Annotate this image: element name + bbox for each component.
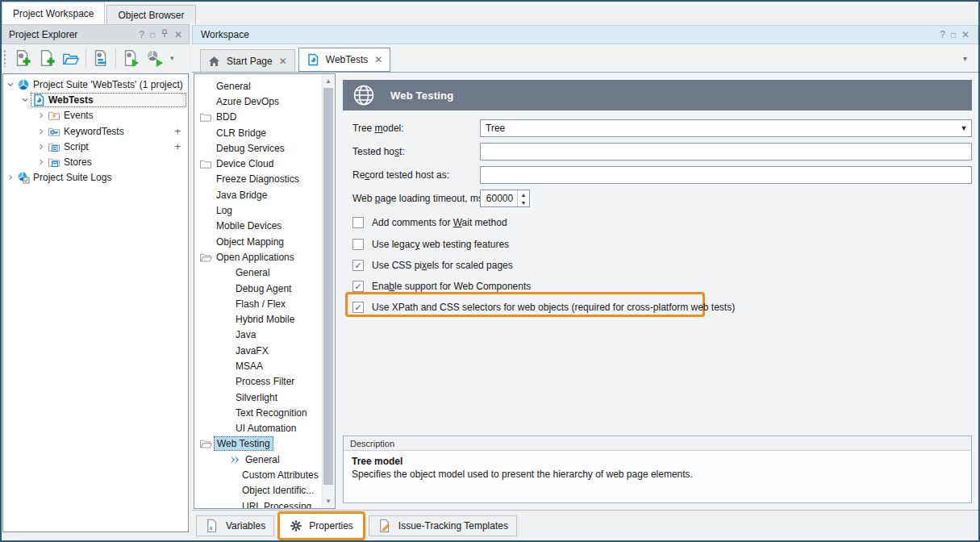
settings-item-clr-bridge[interactable]: CLR Bridge — [194, 125, 335, 140]
close-icon[interactable]: ✕ — [956, 30, 970, 40]
settings-item-freeze-diagnostics[interactable]: Freeze Diagnostics — [194, 172, 335, 187]
help-icon[interactable]: ? — [133, 30, 144, 40]
open-file-button[interactable] — [59, 46, 83, 70]
settings-item-url-processing[interactable]: URL Processing — [194, 498, 335, 509]
scrollbar-thumb[interactable] — [323, 88, 333, 485]
tree-item-script[interactable]: Script + — [3, 139, 188, 154]
chevron-down-icon[interactable] — [5, 81, 16, 89]
maximize-icon[interactable]: □ — [144, 31, 155, 40]
run-project-button[interactable] — [119, 46, 143, 70]
checkbox-row-2: ✓ Use CSS pixels for scaled pages — [352, 259, 513, 272]
tree-item-label: KeywordTests — [61, 125, 127, 138]
chevron-right-icon[interactable] — [35, 111, 47, 119]
issue-tracking-icon — [377, 519, 392, 533]
add-item-plus-button[interactable]: + — [174, 125, 181, 137]
project-suite-icon — [17, 78, 30, 91]
help-icon[interactable]: ? — [934, 30, 945, 40]
timeout-spinner[interactable]: 60000 ▲▼ — [480, 190, 530, 207]
settings-item-object-identific-[interactable]: Object Identific... — [194, 483, 335, 498]
settings-item-java-bridge[interactable]: Java Bridge — [194, 187, 335, 202]
settings-item-ui-automation[interactable]: UI Automation — [194, 421, 335, 436]
checkbox[interactable]: ✓ — [352, 281, 364, 292]
settings-item-label: Mobile Devices — [214, 219, 284, 232]
tree-item-project-suite-logs[interactable]: Project Suite Logs — [3, 170, 188, 186]
close-icon[interactable]: ✕ — [169, 30, 182, 40]
tab-project-workspace[interactable]: Project Workspace — [2, 2, 105, 24]
chevron-right-icon[interactable] — [5, 173, 16, 181]
settings-item-msaa[interactable]: MSAA — [194, 358, 335, 373]
tree-item-events[interactable]: Events — [3, 108, 188, 123]
settings-item-open-applications[interactable]: Open Applications — [194, 249, 335, 265]
settings-item-hybrid-mobile[interactable]: Hybrid Mobile — [194, 311, 335, 327]
add-project-suite-button[interactable] — [10, 46, 35, 70]
tree-item-stores[interactable]: Stores — [3, 154, 188, 169]
project-tree: Project Suite 'WebTests' (1 project) Web… — [2, 73, 189, 532]
settings-item-log[interactable]: Log — [194, 202, 335, 218]
settings-item-object-mapping[interactable]: Object Mapping — [194, 234, 335, 249]
checkbox[interactable] — [352, 217, 364, 228]
tree-item-project-suite-webtests-1-project-[interactable]: Project Suite 'WebTests' (1 project) — [3, 77, 188, 92]
maximize-icon[interactable]: □ — [945, 31, 956, 40]
organize-tests-button[interactable] — [89, 46, 113, 70]
checkbox-row-0: Add comments for Wait method — [352, 216, 507, 229]
bottom-tab-variables[interactable]: xVariables — [196, 515, 274, 536]
checkbox[interactable]: ✓ — [352, 260, 364, 271]
text-input[interactable] — [481, 144, 971, 160]
settings-item-general[interactable]: General — [194, 265, 335, 281]
tab-object-browser[interactable]: Object Browser — [106, 5, 195, 24]
spin-down-icon[interactable]: ▼ — [518, 198, 529, 206]
settings-item-mobile-devices[interactable]: Mobile Devices — [194, 219, 335, 234]
settings-item-custom-attributes[interactable]: Custom Attributes — [194, 467, 335, 482]
run-project-suite-button[interactable] — [143, 46, 167, 70]
checkbox[interactable]: ✓ — [352, 302, 364, 313]
tab-list-dropdown-icon[interactable]: ▾ — [963, 54, 967, 63]
doc-tab-start-page[interactable]: Start Page ✕ — [200, 49, 295, 72]
settings-item-text-recognition[interactable]: Text Recognition — [194, 405, 335, 420]
chevron-right-icon[interactable] — [35, 143, 47, 151]
checkbox-label: Add comments for Wait method — [372, 217, 507, 228]
chevron-down-icon[interactable] — [19, 96, 31, 104]
checkbox-label: Use legacy web testing features — [372, 239, 509, 250]
checkbox[interactable] — [352, 239, 364, 250]
toolbar-grip-handle[interactable] — [3, 49, 7, 67]
settings-item-web-testing[interactable]: Web Testing — [194, 436, 335, 452]
settings-item-azure-devops[interactable]: Azure DevOps — [194, 94, 335, 109]
text-input[interactable] — [481, 167, 971, 183]
settings-item-debug-agent[interactable]: Debug Agent — [194, 281, 335, 296]
settings-item-javafx[interactable]: JavaFX — [194, 343, 335, 358]
add-item-plus-button[interactable]: + — [174, 140, 181, 152]
settings-item-general[interactable]: General — [194, 452, 335, 467]
close-icon[interactable]: ✕ — [374, 54, 382, 65]
scroll-up-icon[interactable]: ▲ — [323, 75, 334, 87]
workspace-content: General Azure DevOps BDD CLR Bridge Debu… — [192, 73, 978, 510]
chevron-down-icon[interactable]: ▼ — [957, 124, 971, 132]
bottom-tab-properties[interactable]: Properties — [281, 515, 361, 536]
settings-item-java[interactable]: Java — [194, 327, 335, 343]
tree-item-label: Stores — [61, 156, 94, 169]
bottom-tab-issue-tracking-templates[interactable]: Issue-Tracking Templates — [369, 515, 517, 536]
settings-item-general[interactable]: General — [194, 78, 335, 94]
doc-tab-webtests[interactable]: WebTests ✕ — [298, 48, 391, 72]
settings-item-process-filter[interactable]: Process Filter — [194, 374, 335, 390]
toolbar-more-dropdown-icon[interactable]: ▾ — [170, 54, 174, 62]
tree-model-combobox[interactable]: Tree ▼ — [480, 119, 972, 137]
settings-item-device-cloud[interactable]: Device Cloud — [194, 156, 335, 171]
description-title: Tree model — [352, 456, 971, 467]
scroll-down-icon[interactable]: ▼ — [323, 495, 334, 507]
chevron-right-icon[interactable] — [35, 158, 47, 166]
settings-scrollbar[interactable]: ▲ ▼ — [322, 75, 334, 507]
spin-up-icon[interactable]: ▲ — [518, 190, 529, 198]
toolbar-separator — [115, 48, 116, 68]
pin-icon[interactable] — [155, 29, 169, 38]
settings-item-silverlight[interactable]: Silverlight — [194, 390, 335, 405]
settings-item-debug-services[interactable]: Debug Services — [194, 140, 335, 156]
settings-item-flash-flex[interactable]: Flash / Flex — [194, 296, 335, 311]
tree-item-keywordtests[interactable]: KeywordTests + — [3, 123, 188, 139]
settings-item-bdd[interactable]: BDD — [194, 110, 335, 125]
chevron-right-icon[interactable] — [35, 127, 47, 136]
close-icon[interactable]: ✕ — [279, 56, 287, 67]
field-label: Web page loading timeout, ms: — [352, 193, 486, 204]
tree-item-webtests[interactable]: WebTests — [3, 92, 188, 107]
add-new-item-button[interactable] — [35, 46, 59, 70]
doc-tab-label: Start Page — [227, 56, 273, 67]
